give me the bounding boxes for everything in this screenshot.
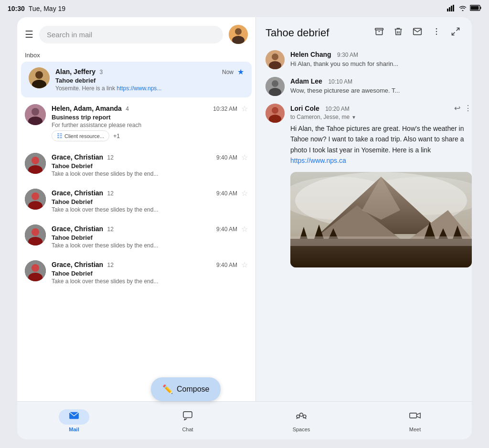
- spaces-nav-icon-wrap: [286, 409, 317, 425]
- adam-sender-name: Adam Lee: [290, 77, 322, 85]
- email-message-helen: Helen Chang 9:30 AM Hi Alan, thank you s…: [266, 50, 462, 69]
- chevron-down-icon[interactable]: ▼: [351, 115, 356, 120]
- mail-star-empty[interactable]: ☆: [241, 104, 248, 113]
- svg-point-17: [32, 157, 39, 164]
- mail-avatar: [25, 189, 46, 210]
- svg-point-20: [32, 192, 39, 200]
- mail-item[interactable]: Grace, Christian 12 9:40 AM Tahoe Debrie…: [17, 255, 255, 290]
- mail-star-filled[interactable]: ★: [237, 67, 244, 76]
- svg-rect-58: [290, 236, 472, 246]
- mail-count: 12: [107, 226, 114, 233]
- svg-point-31: [436, 34, 437, 35]
- expand-button[interactable]: [449, 25, 462, 41]
- mail-sender: Grace, Christian: [52, 189, 103, 197]
- svg-point-30: [436, 31, 437, 32]
- search-bar[interactable]: Search in mail: [39, 26, 223, 43]
- mail-content: Alan, Jeffery 3 Now Tahoe debrief Yosemi…: [55, 67, 234, 92]
- detail-actions: [372, 25, 462, 41]
- nav-item-chat[interactable]: Chat: [131, 409, 244, 432]
- svg-point-14: [32, 108, 39, 116]
- svg-rect-2: [451, 6, 452, 11]
- mail-preview: Take a look over these slides by the end…: [52, 206, 237, 213]
- mail-time: 9:40 AM: [216, 262, 237, 268]
- mail-time: 9:40 AM: [216, 154, 237, 161]
- reply-icon[interactable]: ↩: [454, 104, 460, 113]
- nav-item-spaces[interactable]: Spaces: [244, 409, 358, 432]
- mail-count: 3: [100, 69, 103, 75]
- meet-nav-label: Meet: [409, 427, 421, 432]
- mail-time: 9:40 AM: [216, 190, 237, 197]
- mail-count: 12: [107, 190, 114, 197]
- lori-message-info: Lori Cole 10:20 AM ↩ ⋮ to Cameron, Jesse…: [290, 104, 472, 267]
- mail-sender: Grace, Christian: [52, 225, 103, 233]
- svg-rect-64: [410, 413, 417, 418]
- mail-preview: Yosemite. Here is a link https://www.nps…: [55, 85, 234, 92]
- archive-button[interactable]: [372, 25, 386, 41]
- mail-avatar: [29, 67, 50, 88]
- mail-item[interactable]: Alan, Jeffery 3 Now Tahoe debrief Yosemi…: [21, 62, 252, 97]
- mail-nav-icon-wrap: [59, 409, 89, 425]
- svg-point-61: [300, 413, 303, 416]
- more-options-button[interactable]: [430, 25, 443, 41]
- email-detail-panel: Tahoe debrief: [256, 17, 472, 401]
- mail-icon: [69, 411, 79, 422]
- mail-sender: Alan, Jeffery: [55, 68, 96, 75]
- mark-unread-button[interactable]: [411, 25, 424, 41]
- status-time: 10:30: [8, 5, 25, 12]
- mail-avatar: [25, 260, 46, 281]
- attachment-doc-icon: ☷: [57, 132, 63, 139]
- signal-icon: [447, 5, 456, 13]
- email-messages: Helen Chang 9:30 AM Hi Alan, thank you s…: [266, 50, 462, 267]
- mail-nav-label: Mail: [69, 427, 79, 432]
- nav-item-meet[interactable]: Meet: [358, 409, 472, 432]
- mail-items: Alan, Jeffery 3 Now Tahoe debrief Yosemi…: [17, 61, 255, 401]
- mail-preview: For further assistance please reach: [52, 122, 237, 128]
- mail-item[interactable]: Grace, Christian 12 9:40 AM Tahoe Debrie…: [17, 183, 255, 219]
- mail-avatar: [25, 224, 46, 245]
- helen-msg-time: 9:30 AM: [337, 52, 358, 58]
- chat-nav-label: Chat: [182, 427, 193, 432]
- battery-icon: [470, 5, 481, 12]
- mail-item[interactable]: Helen, Adam, Amanda 4 10:32 AM Business …: [17, 98, 255, 147]
- mail-item[interactable]: Grace, Christian 12 9:40 AM Tahoe Debrie…: [17, 219, 255, 255]
- svg-point-62: [297, 415, 299, 418]
- mail-content: Grace, Christian 12 9:40 AM Tahoe Debrie…: [52, 153, 237, 177]
- mail-item[interactable]: Grace, Christian 12 9:40 AM Tahoe Debrie…: [17, 147, 255, 183]
- lori-msg-actions: ↩ ⋮: [454, 104, 472, 113]
- mail-sender: Grace, Christian: [52, 153, 103, 161]
- main-content: ☰ Search in mail Inbox: [17, 17, 472, 401]
- mail-content: Helen, Adam, Amanda 4 10:32 AM Business …: [52, 104, 237, 141]
- mail-content: Grace, Christian 12 9:40 AM Tahoe Debrie…: [52, 189, 237, 213]
- compose-button[interactable]: ✏️ Compose: [151, 377, 221, 401]
- svg-rect-6: [471, 6, 479, 10]
- delete-button[interactable]: [392, 25, 405, 41]
- svg-point-11: [35, 71, 43, 79]
- attachment-chip[interactable]: ☷ Client resource...: [52, 130, 109, 141]
- more-icon[interactable]: ⋮: [464, 104, 472, 113]
- nps-link[interactable]: https://www.nps.ca: [290, 157, 346, 164]
- compose-pencil-icon: ✏️: [162, 384, 173, 395]
- mail-star-empty[interactable]: ☆: [241, 153, 248, 162]
- attachment-label: Client resource...: [64, 133, 104, 139]
- mail-star-empty[interactable]: ☆: [241, 260, 248, 269]
- nav-item-mail[interactable]: Mail: [17, 409, 131, 432]
- mail-subject: Tahoe Debrief: [52, 270, 237, 277]
- detail-header: Tahoe debrief: [266, 25, 462, 41]
- lori-avatar: [266, 104, 285, 123]
- mail-star-empty[interactable]: ☆: [241, 224, 248, 234]
- hamburger-menu-icon[interactable]: ☰: [25, 29, 33, 40]
- mail-star-empty[interactable]: ☆: [241, 189, 248, 198]
- svg-point-38: [272, 80, 278, 87]
- search-placeholder: Search in mail: [47, 31, 92, 39]
- email-message-lori: Lori Cole 10:20 AM ↩ ⋮ to Cameron, Jesse…: [266, 104, 462, 267]
- helen-avatar: [266, 50, 285, 69]
- meet-icon: [409, 411, 421, 422]
- svg-point-41: [272, 107, 278, 114]
- svg-point-29: [436, 28, 437, 30]
- lori-sender-name: Lori Cole: [290, 105, 319, 112]
- mail-subject: Tahoe Debrief: [52, 198, 237, 205]
- user-avatar[interactable]: [229, 25, 248, 44]
- attachment-row: ☷ Client resource... +1: [52, 130, 237, 141]
- spaces-nav-label: Spaces: [293, 427, 310, 432]
- compose-label: Compose: [177, 385, 209, 394]
